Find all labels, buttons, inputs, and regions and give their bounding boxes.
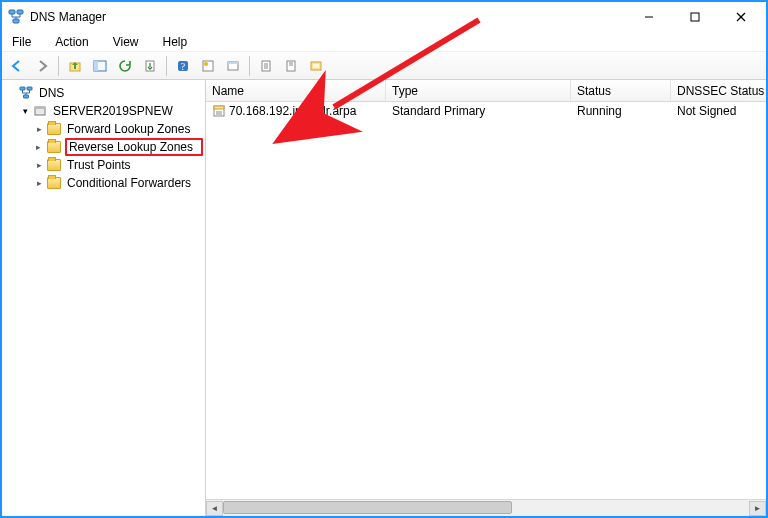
tree-label: Trust Points [65,158,133,172]
new-record-button[interactable] [197,55,219,77]
toolbar: ? [2,52,766,80]
filter-button[interactable] [280,55,302,77]
folder-icon [46,139,62,155]
svg-rect-4 [691,13,699,21]
column-header-type[interactable]: Type [386,80,571,101]
menu-help[interactable]: Help [159,33,192,51]
tree-node-forward-lookup-zones[interactable]: ▸ Forward Lookup Zones [32,120,203,138]
tree-label: Conditional Forwarders [65,176,193,190]
refresh-button[interactable] [114,55,136,77]
zone-name: 70.168.192.in-addr.arpa [229,104,356,118]
tree-node-server[interactable]: ▾ SERVER2019SPNEW [18,102,203,120]
dns-root-icon [18,85,34,101]
show-hide-console-tree-button[interactable] [89,55,111,77]
help-button[interactable]: ? [172,55,194,77]
tree-node-reverse-lookup-zones[interactable]: ▸ Reverse Lookup Zones [32,138,203,156]
svg-point-14 [204,62,208,66]
zone-dnssec: Not Signed [671,104,766,118]
up-button[interactable] [64,55,86,77]
svg-rect-2 [13,19,19,23]
folder-icon [46,157,62,173]
column-header-name[interactable]: Name [206,80,386,101]
svg-text:?: ? [181,61,186,72]
menu-file[interactable]: File [8,33,35,51]
svg-rect-26 [20,87,25,90]
column-header-dnssec[interactable]: DNSSEC Status [671,80,766,101]
app-icon [8,9,24,25]
menu-action[interactable]: Action [51,33,92,51]
properties-button[interactable] [255,55,277,77]
svg-rect-27 [27,87,32,90]
expand-icon[interactable]: ▸ [32,178,46,188]
svg-rect-16 [228,62,238,64]
menubar: File Action View Help [2,32,766,52]
tree-label: Forward Lookup Zones [65,122,192,136]
svg-rect-1 [17,10,23,14]
zone-icon [212,104,226,118]
list-pane: Name Type Status DNSSEC Status 70.168.19… [206,80,766,516]
scroll-track[interactable] [223,501,749,516]
svg-rect-9 [94,61,98,71]
expand-icon[interactable]: ▸ [32,124,46,134]
tree-node-trust-points[interactable]: ▸ Trust Points [32,156,203,174]
svg-rect-25 [313,64,319,68]
export-list-button[interactable] [139,55,161,77]
folder-icon [46,121,62,137]
horizontal-scrollbar[interactable]: ◄ ► [206,499,766,516]
svg-rect-32 [214,106,224,109]
expand-icon[interactable]: ▸ [32,142,46,152]
collapse-icon[interactable]: ▾ [18,106,32,116]
server-icon [32,103,48,119]
zone-type: Standard Primary [386,104,571,118]
column-header-status[interactable]: Status [571,80,671,101]
zone-row[interactable]: 70.168.192.in-addr.arpa Standard Primary… [206,102,766,120]
customize-button[interactable] [305,55,327,77]
new-window-button[interactable] [222,55,244,77]
close-button[interactable] [718,3,764,31]
svg-rect-30 [35,107,45,109]
back-button[interactable] [6,55,28,77]
svg-rect-13 [203,61,213,71]
menu-view[interactable]: View [109,33,143,51]
tree-pane: DNS ▾ SERVER2019SPNEW ▸ Forward Lookup Z… [2,80,206,516]
folder-icon [46,175,62,191]
separator [166,56,167,76]
maximize-button[interactable] [672,3,718,31]
tree-node-conditional-forwarders[interactable]: ▸ Conditional Forwarders [32,174,203,192]
tree-label: DNS [37,86,66,100]
separator [249,56,250,76]
tree-label: SERVER2019SPNEW [51,104,175,118]
titlebar: DNS Manager [2,2,766,32]
zone-status: Running [571,104,671,118]
svg-rect-28 [24,95,29,98]
scroll-right-button[interactable]: ► [749,501,766,516]
scroll-thumb[interactable] [223,501,512,514]
separator [58,56,59,76]
scroll-left-button[interactable]: ◄ [206,501,223,516]
tree-label: Reverse Lookup Zones [65,138,203,156]
expand-icon[interactable]: ▸ [32,160,46,170]
svg-rect-0 [9,10,15,14]
minimize-button[interactable] [626,3,672,31]
forward-button[interactable] [31,55,53,77]
column-headers: Name Type Status DNSSEC Status [206,80,766,102]
tree-node-dns-root[interactable]: DNS [4,84,203,102]
window-title: DNS Manager [30,10,106,24]
